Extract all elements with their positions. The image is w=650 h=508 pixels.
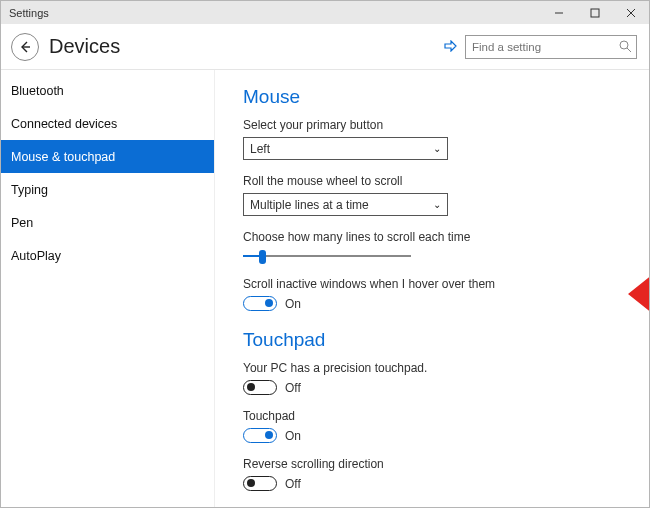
scroll-inactive-state: On [285,297,301,311]
window-title: Settings [1,7,541,19]
close-button[interactable] [613,1,649,24]
slider-track [243,255,411,257]
page-title: Devices [49,35,435,58]
sidebar-item-typing[interactable]: Typing [1,173,214,206]
body: Bluetooth Connected devices Mouse & touc… [1,70,649,507]
search-input[interactable] [466,41,636,53]
slider-thumb[interactable] [259,250,266,264]
precision-state: Off [285,381,301,395]
sidebar-item-bluetooth[interactable]: Bluetooth [1,74,214,107]
primary-button-value: Left [250,142,270,156]
header: Devices [1,24,649,70]
sidebar-item-connected-devices[interactable]: Connected devices [1,107,214,140]
back-button[interactable] [11,33,39,61]
search-box[interactable] [465,35,637,59]
reverse-toggle[interactable] [243,476,277,491]
wheel-scroll-value: Multiple lines at a time [250,198,369,212]
sidebar-item-pen[interactable]: Pen [1,206,214,239]
lines-per-scroll-label: Choose how many lines to scroll each tim… [243,230,639,244]
titlebar: Settings [1,1,649,24]
toggle-knob [247,383,255,391]
lines-per-scroll-slider[interactable] [243,249,411,263]
reverse-state: Off [285,477,301,491]
sidebar: Bluetooth Connected devices Mouse & touc… [1,70,215,507]
touchpad-enable-label: Touchpad [243,409,639,423]
svg-point-5 [620,41,628,49]
annotation-arrow-icon [628,266,649,322]
svg-line-6 [627,48,631,52]
precision-toggle[interactable] [243,380,277,395]
search-icon [619,39,632,57]
sidebar-item-mouse-touchpad[interactable]: Mouse & touchpad [1,140,214,173]
svg-rect-1 [591,9,599,17]
toggle-knob [265,431,273,439]
scroll-inactive-toggle[interactable] [243,296,277,311]
content-panel: Mouse Select your primary button Left ⌄ … [215,70,649,507]
reverse-label: Reverse scrolling direction [243,457,639,471]
minimize-button[interactable] [541,1,577,24]
help-note: To help prevent the cursor from accident… [243,505,563,507]
wheel-scroll-label: Roll the mouse wheel to scroll [243,174,639,188]
touchpad-enable-toggle[interactable] [243,428,277,443]
pin-icon[interactable] [435,39,465,55]
precision-label: Your PC has a precision touchpad. [243,361,639,375]
toggle-knob [247,479,255,487]
toggle-knob [265,299,273,307]
touchpad-enable-state: On [285,429,301,443]
primary-button-select[interactable]: Left ⌄ [243,137,448,160]
wheel-scroll-select[interactable]: Multiple lines at a time ⌄ [243,193,448,216]
settings-window: Settings Devices Bluetooth Connected dev… [0,0,650,508]
scroll-inactive-label: Scroll inactive windows when I hover ove… [243,277,639,291]
sidebar-item-autoplay[interactable]: AutoPlay [1,239,214,272]
maximize-button[interactable] [577,1,613,24]
chevron-down-icon: ⌄ [433,199,441,210]
touchpad-heading: Touchpad [243,329,639,351]
primary-button-label: Select your primary button [243,118,639,132]
chevron-down-icon: ⌄ [433,143,441,154]
mouse-heading: Mouse [243,86,639,108]
